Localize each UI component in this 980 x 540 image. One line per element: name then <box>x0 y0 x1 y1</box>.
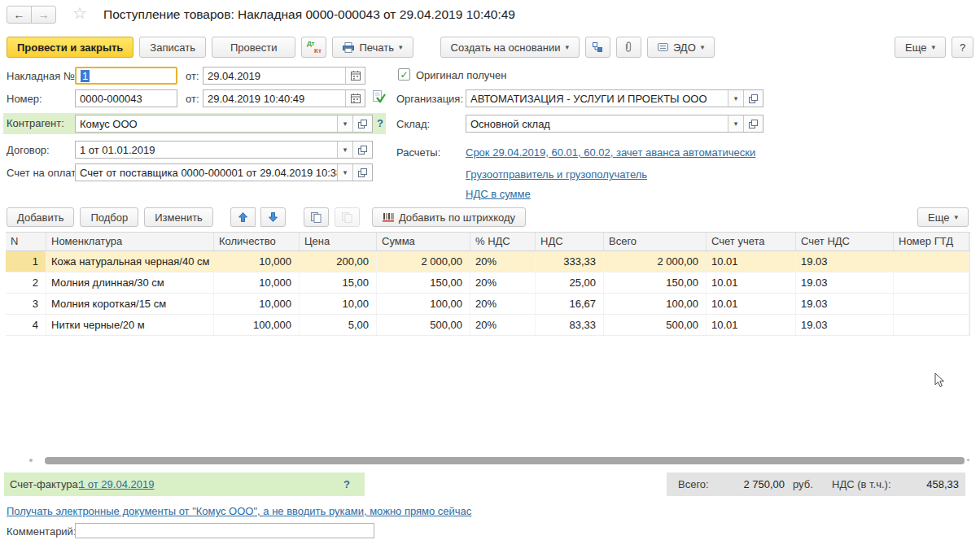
cell-gtd[interactable] <box>894 294 969 314</box>
grid-more-button[interactable]: Еще▾ <box>917 207 969 227</box>
cell-vat-pct[interactable]: 20% <box>470 294 536 314</box>
move-down-button[interactable] <box>260 207 286 227</box>
scrollbar-left-dot[interactable] <box>29 459 33 462</box>
scrollbar-thumb[interactable] <box>45 457 965 464</box>
cell-quantity[interactable]: 10,000 <box>214 272 300 293</box>
cell-quantity[interactable]: 10,000 <box>214 294 300 314</box>
cell-sum[interactable]: 100,00 <box>377 294 470 314</box>
copy-row-button[interactable] <box>304 207 329 227</box>
cell-total[interactable]: 2 000,00 <box>604 251 707 272</box>
cell-vat-pct[interactable]: 20% <box>470 315 536 335</box>
col-header-vat-account[interactable]: Счет НДС <box>796 233 894 250</box>
pick-button[interactable]: Подбор <box>80 207 138 227</box>
col-header-vat[interactable]: НДС <box>536 233 604 250</box>
original-received-checkbox[interactable]: ✓ <box>398 68 410 81</box>
cell-account[interactable]: 10.01 <box>707 272 796 293</box>
edit-row-button[interactable]: Изменить <box>144 207 213 227</box>
cell-price[interactable]: 15,00 <box>300 272 377 293</box>
cell-vat-pct[interactable]: 20% <box>470 251 536 272</box>
cell-quantity[interactable]: 10,000 <box>214 251 300 272</box>
attachments-button[interactable] <box>616 37 641 58</box>
back-button[interactable]: ← <box>7 6 32 24</box>
paste-row-button[interactable] <box>335 207 360 227</box>
table-row[interactable]: 4 Нитки черные/20 м 100,000 5,00 500,00 … <box>6 315 969 336</box>
vat-in-sum-link[interactable]: НДС в сумме <box>466 188 531 200</box>
col-header-nomenclature[interactable]: Номенклатура <box>46 233 214 250</box>
invoice-date-input[interactable]: 29.04.2019 <box>203 67 365 85</box>
number-input[interactable]: 0000-000043 <box>75 89 177 107</box>
cell-total[interactable]: 500,00 <box>604 315 707 335</box>
add-row-button[interactable]: Добавить <box>7 207 74 227</box>
post-button[interactable]: Провести <box>212 37 296 58</box>
contract-combo[interactable]: 1 от 01.01.2019 ▾ <box>75 141 373 159</box>
post-and-close-button[interactable]: Провести и закрыть <box>7 37 133 58</box>
move-up-button[interactable] <box>230 207 256 227</box>
cell-vat[interactable]: 333,33 <box>536 251 604 272</box>
table-row[interactable]: 3 Молния короткая/15 см 10,000 10,00 100… <box>6 294 969 315</box>
col-header-total[interactable]: Всего <box>604 233 707 250</box>
cell-vat-account[interactable]: 19.03 <box>796 272 894 293</box>
col-header-sum[interactable]: Сумма <box>377 233 470 250</box>
col-header-account[interactable]: Счет учета <box>707 233 796 250</box>
cell-quantity[interactable]: 100,000 <box>214 315 300 335</box>
contract-dropdown-button[interactable]: ▾ <box>337 142 352 158</box>
cell-vat-pct[interactable]: 20% <box>470 272 536 293</box>
table-row[interactable]: 1 Кожа натуральная черная/40 см 10,000 2… <box>6 251 969 272</box>
print-button[interactable]: Печать▾ <box>332 37 413 58</box>
write-button[interactable]: Записать <box>139 37 206 58</box>
cell-nomenclature[interactable]: Кожа натуральная черная/40 см <box>46 251 214 272</box>
contract-open-button[interactable] <box>352 142 372 158</box>
cell-n[interactable]: 2 <box>6 272 46 293</box>
shipper-consignee-link[interactable]: Грузоотправитель и грузополучатель <box>466 168 647 181</box>
col-header-n[interactable]: N <box>6 233 46 250</box>
bill-combo[interactable]: Счет от поставщика 0000-000001 от 29.04.… <box>75 163 373 181</box>
col-header-gtd[interactable]: Номер ГТД <box>894 233 969 250</box>
cell-sum[interactable]: 500,00 <box>377 315 470 335</box>
dtkt-button[interactable]: Дт Кт <box>301 37 326 58</box>
cell-vat[interactable]: 16,67 <box>536 294 604 314</box>
cell-price[interactable]: 200,00 <box>300 251 377 272</box>
invoice-facture-help[interactable]: ? <box>343 478 350 490</box>
cell-sum[interactable]: 150,00 <box>377 272 470 293</box>
col-header-price[interactable]: Цена <box>300 233 377 250</box>
table-row[interactable]: 2 Молния длинная/30 см 10,000 15,00 150,… <box>6 272 969 294</box>
create-based-on-button[interactable]: Создать на основании▾ <box>440 37 580 58</box>
invoice-facture-link[interactable]: 1 от 29.04.2019 <box>79 478 154 490</box>
counterparty-dropdown-button[interactable]: ▾ <box>337 115 352 132</box>
favorite-star-icon[interactable]: ☆ <box>72 3 87 23</box>
subordination-structure-button[interactable] <box>585 37 610 58</box>
settlements-link[interactable]: Срок 29.04.2019, 60.01, 60.02, зачет ава… <box>466 146 755 159</box>
cell-nomenclature[interactable]: Молния длинная/30 см <box>46 272 214 293</box>
set-time-button[interactable] <box>372 90 386 106</box>
edo-button[interactable]: ЭДО▾ <box>647 37 715 58</box>
help-button[interactable]: ? <box>952 37 973 58</box>
counterparty-combo[interactable]: Комус ООО ▾ <box>75 115 373 133</box>
warehouse-open-button[interactable] <box>743 115 763 132</box>
more-button[interactable]: Еще▾ <box>895 37 946 58</box>
cell-total[interactable]: 100,00 <box>604 294 707 314</box>
cell-vat[interactable]: 25,00 <box>536 272 604 293</box>
cell-price[interactable]: 5,00 <box>300 315 377 335</box>
comment-input[interactable] <box>75 523 374 538</box>
counterparty-open-button[interactable] <box>352 115 372 132</box>
cell-total[interactable]: 150,00 <box>604 272 707 293</box>
horizontal-scrollbar[interactable] <box>6 456 969 465</box>
cell-vat[interactable]: 83,33 <box>536 315 604 335</box>
organization-dropdown-button[interactable]: ▾ <box>728 90 743 107</box>
cell-price[interactable]: 10,00 <box>300 294 377 314</box>
organization-open-button[interactable] <box>743 90 763 107</box>
cell-n[interactable]: 4 <box>6 315 46 335</box>
cell-gtd[interactable] <box>894 251 969 272</box>
cell-n[interactable]: 3 <box>6 294 46 314</box>
edo-receive-link[interactable]: Получать электронные документы от "Комус… <box>7 505 471 517</box>
cell-account[interactable]: 10.01 <box>707 251 796 272</box>
counterparty-help[interactable]: ? <box>377 117 383 129</box>
cell-vat-account[interactable]: 19.03 <box>796 315 894 335</box>
cell-account[interactable]: 10.01 <box>707 315 796 335</box>
invoice-no-input[interactable]: 1 <box>75 67 177 85</box>
cell-n[interactable]: 1 <box>6 251 46 272</box>
col-header-quantity[interactable]: Количество <box>214 233 300 250</box>
cell-nomenclature[interactable]: Нитки черные/20 м <box>46 315 214 335</box>
scrollbar-right-dot[interactable] <box>967 459 969 461</box>
organization-combo[interactable]: АВТОМАТИЗАЦИЯ - УСЛУГИ И ПРОЕКТЫ ООО ▾ <box>466 89 763 107</box>
